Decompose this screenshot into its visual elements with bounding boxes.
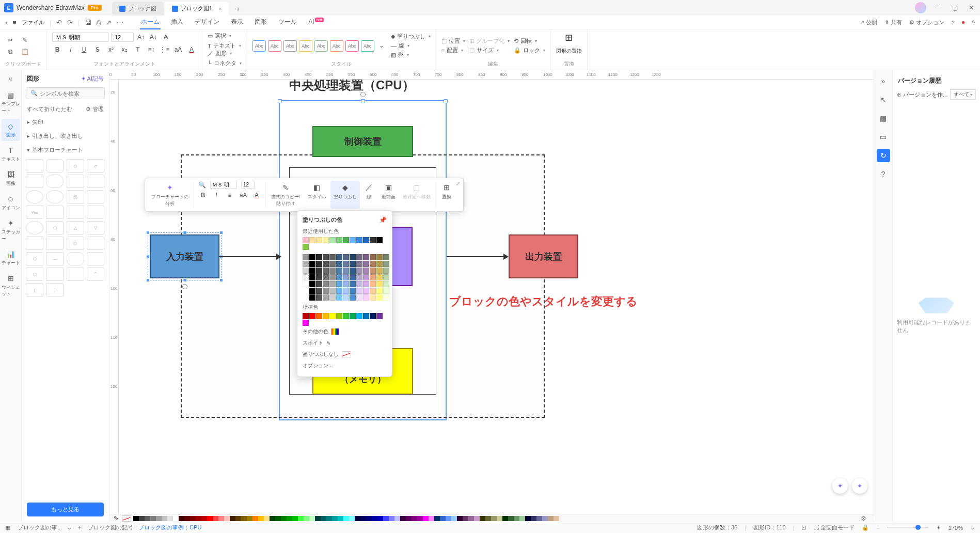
fill-dropdown[interactable]: ◆ 塗りつぶし [391, 33, 431, 40]
shape-card[interactable] [87, 175, 104, 188]
color-strip-swatch[interactable] [446, 516, 451, 521]
color-strip-swatch[interactable] [241, 516, 247, 521]
color-strip-swatch[interactable] [366, 516, 372, 521]
shape-arc[interactable] [46, 268, 64, 281]
zoom-in-button[interactable]: ＋ [936, 524, 941, 531]
color-strip-swatch[interactable] [281, 516, 287, 521]
more-button[interactable]: もっと見る [27, 503, 104, 516]
color-swatch[interactable] [303, 237, 309, 243]
color-swatch[interactable] [356, 254, 362, 260]
paste-icon[interactable]: 📋 [20, 46, 30, 57]
category-callouts[interactable]: ▸ 引き出し、吹き出し [22, 129, 109, 143]
color-strip-swatch[interactable] [264, 516, 270, 521]
shape-note[interactable] [87, 206, 104, 219]
color-swatch[interactable] [303, 268, 309, 274]
color-strip-swatch[interactable] [434, 516, 440, 521]
increase-font-icon[interactable]: A↑ [136, 32, 146, 42]
color-swatch[interactable] [303, 281, 309, 287]
rail-chart[interactable]: 📊チャート [2, 247, 20, 269]
export-icon[interactable]: ↗ [106, 19, 112, 26]
color-swatch[interactable] [356, 274, 362, 280]
search-input[interactable] [40, 90, 111, 97]
color-swatch[interactable] [363, 281, 369, 287]
color-swatch[interactable] [323, 294, 329, 301]
color-swatch[interactable] [350, 294, 356, 301]
cut-icon[interactable]: ✂ [5, 35, 15, 45]
ft-front[interactable]: ▣ 最前面 [378, 181, 399, 209]
gear-icon[interactable]: ⚙ [858, 515, 870, 522]
sel-handle[interactable] [183, 278, 186, 282]
color-swatch[interactable] [323, 268, 329, 274]
redo-button[interactable]: ↷ [67, 19, 73, 26]
color-swatch[interactable] [376, 288, 383, 294]
color-swatch[interactable] [343, 294, 349, 301]
color-strip-swatch[interactable] [201, 516, 207, 521]
color-swatch[interactable] [309, 294, 315, 301]
color-swatch[interactable] [303, 320, 309, 326]
tab-tool[interactable]: ツール [277, 15, 298, 29]
color-strip-swatch[interactable] [133, 516, 139, 521]
color-swatch[interactable] [363, 254, 369, 260]
shape-circle[interactable] [46, 190, 64, 203]
ft-align[interactable]: ≡ [225, 191, 234, 200]
style-swatch[interactable]: Abc [268, 40, 281, 52]
color-strip-swatch[interactable] [275, 516, 281, 521]
color-strip-swatch[interactable] [179, 516, 184, 521]
color-swatch[interactable] [329, 274, 336, 280]
ft-search-icon[interactable]: 🔍 [198, 181, 206, 189]
color-swatch[interactable] [343, 254, 349, 260]
ft-format-copy[interactable]: ✎ 書式のコピー/ 貼り付け [268, 181, 304, 209]
lock-icon[interactable]: 🔒 [862, 524, 869, 531]
rail-sticker[interactable]: ✦ステッカー [2, 216, 20, 245]
fab-ai[interactable]: ✦ [852, 478, 867, 494]
shape-cone[interactable] [67, 268, 84, 281]
color-strip-swatch[interactable] [139, 516, 145, 521]
color-swatch[interactable] [316, 254, 322, 260]
shape-tool[interactable]: ／ 図形 [208, 50, 232, 57]
ft-line[interactable]: ／ 線 [361, 181, 377, 209]
ft-bold[interactable]: B [198, 191, 208, 200]
color-swatch[interactable] [316, 288, 322, 294]
shape-hex2[interactable]: ⬡ [26, 252, 43, 265]
sel-handle[interactable] [278, 99, 282, 103]
color-strip-swatch[interactable] [349, 516, 355, 521]
color-swatch[interactable] [303, 261, 309, 267]
rail-shapes[interactable]: ◇図形 [2, 119, 20, 141]
rr-cursor-icon[interactable]: ↖ [877, 93, 890, 106]
color-strip-swatch[interactable] [457, 516, 463, 521]
ft-style[interactable]: ◧ スタイル [305, 181, 329, 209]
back-button[interactable]: ‹ [5, 19, 7, 26]
color-swatch[interactable] [329, 261, 336, 267]
avatar[interactable] [915, 2, 926, 13]
position-dropdown[interactable]: ⬚ 位置 [441, 37, 465, 45]
collapse-all-link[interactable]: すべて折りたたむ [27, 105, 72, 113]
sheet-tab-2[interactable]: ブロック図の記号 [88, 524, 133, 531]
sel-handle[interactable] [361, 99, 365, 103]
color-strip-swatch[interactable] [258, 516, 264, 521]
sel-handle[interactable] [219, 278, 223, 282]
color-swatch[interactable] [323, 281, 329, 287]
zoom-out-button[interactable]: − [876, 525, 879, 531]
output-device-block[interactable]: 出力装置 [509, 234, 578, 278]
color-swatch[interactable] [323, 274, 329, 280]
color-swatch[interactable] [329, 313, 336, 319]
color-strip-swatch[interactable] [360, 516, 366, 521]
color-swatch[interactable] [303, 254, 309, 260]
shape-tri[interactable]: △ [67, 221, 84, 234]
color-swatch[interactable] [383, 281, 389, 287]
create-version-button[interactable]: ⊕ バージョンを作... [897, 91, 947, 99]
color-swatch[interactable] [350, 281, 356, 287]
color-swatch[interactable] [336, 254, 342, 260]
color-strip-swatch[interactable] [298, 516, 304, 521]
color-strip-swatch[interactable] [542, 516, 548, 521]
undo-button[interactable]: ↶ [56, 19, 62, 26]
style-swatch[interactable]: Abc [283, 40, 297, 52]
color-strip-swatch[interactable] [270, 516, 275, 521]
manage-link[interactable]: ⚙ 管理 [86, 105, 104, 113]
color-swatch[interactable] [303, 244, 309, 250]
color-swatch[interactable] [376, 237, 383, 243]
color-strip-swatch[interactable] [235, 516, 241, 521]
tab-ai[interactable]: AIhot [307, 15, 324, 29]
color-swatch[interactable] [323, 237, 329, 243]
color-strip-swatch[interactable] [321, 516, 326, 521]
